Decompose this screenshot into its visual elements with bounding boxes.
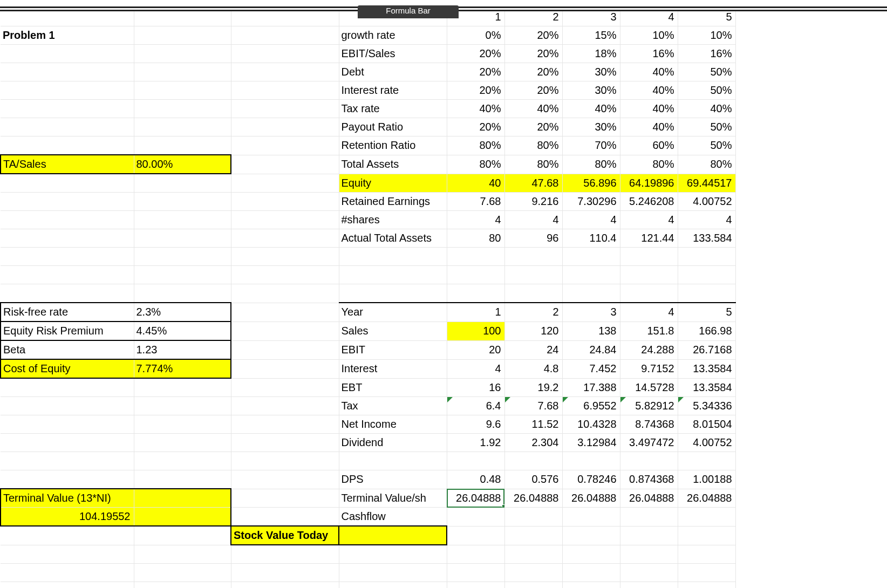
- cell[interactable]: [134, 415, 231, 434]
- beta-label[interactable]: Beta: [1, 340, 134, 359]
- cell[interactable]: 40%: [620, 81, 678, 100]
- cell[interactable]: 20%: [447, 63, 504, 81]
- row-label[interactable]: Year: [339, 303, 447, 322]
- cell[interactable]: 4.00752: [678, 434, 735, 452]
- cell[interactable]: [339, 284, 447, 303]
- cell[interactable]: 60%: [620, 136, 678, 155]
- cell[interactable]: 26.04888: [562, 489, 620, 508]
- cell[interactable]: [134, 193, 231, 211]
- cell[interactable]: 70%: [562, 136, 620, 155]
- cell[interactable]: 121.44: [620, 229, 678, 248]
- cell[interactable]: 80: [447, 229, 504, 248]
- cell[interactable]: [231, 582, 339, 589]
- cell[interactable]: [562, 545, 620, 564]
- cell[interactable]: 4: [504, 211, 562, 229]
- cell[interactable]: [447, 266, 504, 284]
- cell[interactable]: 0.78246: [562, 470, 620, 489]
- cell[interactable]: [562, 582, 620, 589]
- cell[interactable]: [678, 452, 735, 470]
- cell[interactable]: [231, 322, 339, 340]
- cell[interactable]: [620, 248, 678, 266]
- cell[interactable]: [231, 45, 339, 63]
- row-label[interactable]: Payout Ratio: [339, 118, 447, 136]
- cell[interactable]: [620, 545, 678, 564]
- cell[interactable]: 2.304: [504, 434, 562, 452]
- cell[interactable]: 16%: [620, 45, 678, 63]
- cell[interactable]: 5: [678, 303, 735, 322]
- cell[interactable]: [1, 81, 134, 100]
- cell[interactable]: [231, 26, 339, 45]
- cell[interactable]: 14.5728: [620, 378, 678, 397]
- cell[interactable]: 40%: [678, 100, 735, 118]
- cell[interactable]: 20: [447, 340, 504, 359]
- cell[interactable]: 0.48: [447, 470, 504, 489]
- cell[interactable]: [678, 545, 735, 564]
- cell[interactable]: 26.04888: [620, 489, 678, 508]
- cell[interactable]: 24.288: [620, 340, 678, 359]
- cell[interactable]: [231, 545, 339, 564]
- cell[interactable]: [504, 266, 562, 284]
- cell[interactable]: [134, 136, 231, 155]
- row-label[interactable]: Tax: [339, 397, 447, 415]
- cell[interactable]: 96: [504, 229, 562, 248]
- cell[interactable]: [678, 526, 735, 545]
- cell[interactable]: 4: [620, 211, 678, 229]
- cell[interactable]: 4: [562, 211, 620, 229]
- cell[interactable]: 0.576: [504, 470, 562, 489]
- stock-value-today-label[interactable]: Stock Value Today: [231, 526, 339, 545]
- cell[interactable]: [447, 526, 504, 545]
- cell[interactable]: [1, 415, 134, 434]
- selected-cell[interactable]: 26.04888: [447, 489, 504, 508]
- cell[interactable]: 26.04888: [504, 489, 562, 508]
- risk-free-label[interactable]: Risk-free rate: [1, 303, 134, 322]
- row-label[interactable]: Actual Total Assets: [339, 229, 447, 248]
- cell[interactable]: 80%: [620, 155, 678, 174]
- cell[interactable]: [678, 266, 735, 284]
- cell[interactable]: [562, 508, 620, 527]
- cell[interactable]: 20%: [504, 81, 562, 100]
- cell[interactable]: [1, 248, 134, 266]
- cell[interactable]: 20%: [447, 45, 504, 63]
- cell-error-indicator[interactable]: 5.82912: [620, 397, 678, 415]
- cell[interactable]: 10.4328: [562, 415, 620, 434]
- cell[interactable]: 69.44517: [678, 174, 735, 193]
- row-label[interactable]: Dividend: [339, 434, 447, 452]
- cell[interactable]: [1, 452, 134, 470]
- row-label[interactable]: growth rate: [339, 26, 447, 45]
- cell[interactable]: [1, 378, 134, 397]
- cell[interactable]: 11.52: [504, 415, 562, 434]
- cell[interactable]: 47.68: [504, 174, 562, 193]
- cell[interactable]: [620, 284, 678, 303]
- cell[interactable]: 19.2: [504, 378, 562, 397]
- cell[interactable]: 151.8: [620, 322, 678, 340]
- cell[interactable]: [620, 582, 678, 589]
- cell[interactable]: 138: [562, 322, 620, 340]
- cell[interactable]: [134, 229, 231, 248]
- cell[interactable]: [134, 508, 231, 527]
- cell[interactable]: [231, 452, 339, 470]
- row-label[interactable]: Net Income: [339, 415, 447, 434]
- cell[interactable]: [678, 284, 735, 303]
- row-label-equity[interactable]: Equity: [339, 174, 447, 193]
- cell[interactable]: [134, 45, 231, 63]
- cell[interactable]: 7.30296: [562, 193, 620, 211]
- cell[interactable]: 40%: [620, 63, 678, 81]
- cell[interactable]: [134, 81, 231, 100]
- cell[interactable]: 8.74368: [620, 415, 678, 434]
- cell[interactable]: [231, 303, 339, 322]
- cell[interactable]: [134, 452, 231, 470]
- cell[interactable]: 4: [678, 211, 735, 229]
- row-label[interactable]: Tax rate: [339, 100, 447, 118]
- cell[interactable]: [231, 155, 339, 174]
- cell[interactable]: [1, 118, 134, 136]
- cell[interactable]: [134, 284, 231, 303]
- cell[interactable]: [504, 248, 562, 266]
- cell[interactable]: 80%: [504, 155, 562, 174]
- cell[interactable]: 13.3584: [678, 359, 735, 378]
- cell[interactable]: [231, 81, 339, 100]
- cell[interactable]: [447, 564, 504, 582]
- cell[interactable]: [562, 564, 620, 582]
- cell[interactable]: [231, 100, 339, 118]
- cell[interactable]: [134, 211, 231, 229]
- cell[interactable]: 7.452: [562, 359, 620, 378]
